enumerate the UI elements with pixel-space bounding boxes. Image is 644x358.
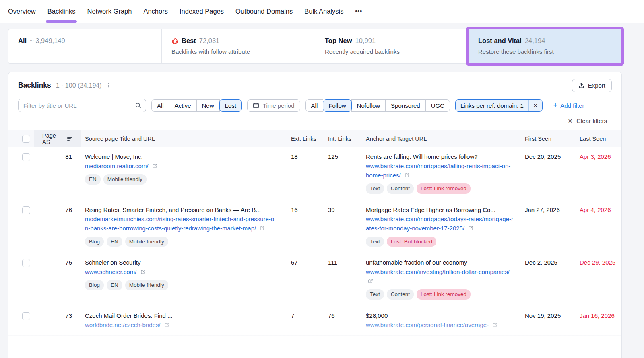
url-link[interactable]: www.bankrate.com/investing/trillion-doll… [366,267,514,286]
external-link-icon[interactable] [492,322,497,327]
card-value: 72,031 [199,37,219,45]
select-all-checkbox[interactable] [22,135,30,143]
search-icon[interactable] [135,102,142,109]
summary-card-best[interactable]: Best72,031Backlinks with follow attribut… [162,29,315,63]
badge-mobile-friendly: Mobile friendly [125,237,168,247]
status-option-all[interactable]: All [151,99,169,112]
badge-text: Text [366,183,384,194]
info-icon[interactable] [106,82,112,88]
page-as-value: 73 [34,311,81,329]
title-url-filter[interactable] [18,99,146,112]
source-title: Welcome | Move, Inc. [85,152,277,161]
top-navigation: OverviewBacklinksNetwork GraphAnchorsInd… [0,0,644,23]
column-header-source-page-title-and-url: Source page Title and URL [81,136,286,142]
follow-option-all[interactable]: All [305,99,324,112]
card-title-row: Best72,031 [171,37,305,45]
follow-option-ugc[interactable]: UGC [425,99,450,112]
anchor-cell: unfathomable fraction of our economywww.… [360,258,519,300]
more-tabs-button[interactable]: ••• [355,0,362,23]
summary-card-all[interactable]: All~ 3,949,149 [8,29,162,63]
card-title: Best [182,37,196,45]
card-subtitle: Restore these backlinks first [478,48,612,55]
filter-bar: AllActiveNewLost Time period AllFollowNo… [8,95,621,112]
nav-tab-bulk-analysis[interactable]: Bulk Analysis [304,0,343,23]
url-link[interactable]: worldbride.net/czech-brides/ [85,320,277,329]
follow-filter-group: AllFollowNofollowSponsoredUGC [305,99,450,112]
last-seen-value: Jan 16, 2026 [574,311,621,329]
table-row: 81Welcome | Move, Inc.mediaroom.realtor.… [8,147,621,200]
nav-tab-network-graph[interactable]: Network Graph [87,0,132,23]
clear-filters-button[interactable]: ✕ Clear filters [8,112,621,129]
status-filter-group: AllActiveNewLost [151,99,242,112]
url-link[interactable]: modemarketmunchies.com/rising-rates-smar… [85,214,277,233]
summary-card-lost-and-vital[interactable]: Lost and Vital24,194Restore these backli… [469,29,621,63]
column-header-ext-links: Ext. Links [286,136,323,142]
search-input[interactable] [23,102,135,109]
nav-tab-overview[interactable]: Overview [8,0,36,23]
first-seen-value: Dec 20, 2025 [519,152,574,194]
table-header: Page ASSource page Title and URLExt. Lin… [8,130,621,147]
remove-chip-icon[interactable]: ✕ [528,100,542,111]
column-header-page-as[interactable]: Page AS [34,130,81,147]
source-title: Czech Mail Order Brides: Find ... [85,311,277,320]
external-link-icon[interactable] [164,322,169,327]
column-header-int-links: Int. Links [323,136,360,142]
status-option-lost[interactable]: Lost [219,99,242,112]
source-cell: Welcome | Move, Inc.mediaroom.realtor.co… [81,152,286,194]
page-as-value: 75 [34,258,81,300]
source-title: Rising Rates, Smarter Fintech, and Press… [85,206,277,214]
external-link-icon[interactable] [152,163,157,169]
summary-cards: All~ 3,949,149Best72,031Backlinks with f… [8,29,622,64]
follow-option-follow[interactable]: Follow [323,99,351,112]
row-checkbox[interactable] [22,259,30,267]
header-checkbox-cell [8,135,34,143]
external-link-icon[interactable] [140,269,146,274]
external-link-icon[interactable] [368,278,373,284]
external-link-icon[interactable] [260,226,265,231]
status-option-active[interactable]: Active [169,99,197,112]
nav-tab-anchors[interactable]: Anchors [143,0,168,23]
ext-links-value: 7 [286,311,323,329]
export-button[interactable]: Export [572,79,612,92]
add-filter-button[interactable]: + Add filter [553,102,584,109]
nav-tab-backlinks[interactable]: Backlinks [47,0,76,23]
url-link[interactable]: www.bankrate.com/personal-finance/averag… [366,320,514,329]
url-link[interactable]: www.bankrate.com/mortgages/falling-rents… [366,161,514,180]
first-seen-value: Jan 27, 2026 [519,206,574,247]
time-period-label: Time period [263,102,295,109]
badge-en: EN [107,237,122,247]
badge-row: BlogENMobile friendly [85,237,277,247]
badge-en: EN [85,174,101,185]
last-seen-value: Apr 3, 2026 [574,152,621,194]
more-dots-icon: ••• [355,8,362,14]
card-title-row: All~ 3,949,149 [18,37,152,45]
url-link[interactable]: www.bankrate.com/mortgages/todays-rates/… [366,214,514,233]
external-link-icon[interactable] [405,173,410,178]
row-checkbox[interactable] [22,312,30,320]
follow-option-nofollow[interactable]: Nofollow [351,99,386,112]
row-checkbox-cell [8,152,34,194]
source-title: Schneier on Security - [85,258,277,267]
card-subtitle: Backlinks with follow attribute [171,48,305,55]
ext-links-value: 16 [286,206,323,247]
anchor-cell: Rents are falling. Will home prices foll… [360,152,519,194]
table-row: 73Czech Mail Order Brides: Find ...world… [8,306,621,336]
nav-tab-outbound-domains[interactable]: Outbound Domains [235,0,293,23]
badge-row: TextContentLost: Link removed [366,289,514,300]
row-checkbox[interactable] [22,206,30,214]
anchor-cell: Mortgage Rates Edge Higher as Borrowing … [360,206,519,247]
status-option-new[interactable]: New [196,99,220,112]
int-links-value: 76 [323,311,360,329]
follow-option-sponsored[interactable]: Sponsored [385,99,426,112]
external-link-icon[interactable] [468,226,473,231]
summary-card-top-new[interactable]: Top New10,991Recently acquired backlinks [315,29,469,63]
anchor-text: Rents are falling. Will home prices foll… [366,152,514,161]
table-row: 75Schneier on Security -www.schneier.com… [8,253,621,306]
url-link[interactable]: mediaroom.realtor.com/ [85,161,277,171]
row-checkbox[interactable] [22,153,30,161]
url-link[interactable]: www.schneier.com/ [85,267,277,276]
time-period-button[interactable]: Time period [247,99,300,112]
lost-status-badge: Lost: Link removed [417,183,471,194]
nav-tab-indexed-pages[interactable]: Indexed Pages [180,0,224,23]
badge-mobile-friendly: Mobile friendly [125,280,168,290]
